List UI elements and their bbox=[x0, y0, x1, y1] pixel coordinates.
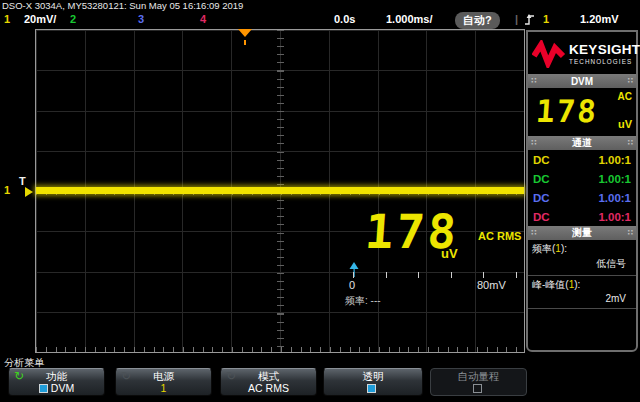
channel3-coupling: DC bbox=[533, 192, 550, 204]
channel1-ground-arrow-icon bbox=[25, 187, 38, 197]
waveform-display: 178 uV AC RMS 0 80mV 频率: --- bbox=[35, 29, 525, 353]
channel2-probe-ratio: 1.00:1 bbox=[598, 173, 631, 185]
softkey-title: 透明 bbox=[324, 371, 422, 382]
dvm-panel-header[interactable]: ∷ DVM ∷ bbox=[528, 74, 636, 88]
keysight-spark-icon bbox=[532, 40, 566, 68]
dvm-scale-ticks bbox=[353, 272, 517, 278]
dvm-value: 178 bbox=[535, 94, 599, 128]
channels-panel-header[interactable]: ∷ 通道 ∷ bbox=[528, 136, 636, 150]
run-state-badge: 自动? bbox=[455, 12, 500, 29]
measurement-value: 低信号 bbox=[532, 256, 632, 274]
softkey-value: AC RMS bbox=[221, 382, 316, 395]
rotate-knob-icon: ↻ bbox=[226, 370, 236, 382]
device-title: DSO-X 3034A, MY53280121: Sun May 05 16:1… bbox=[2, 0, 243, 11]
channel1-probe-ratio: 1.00:1 bbox=[598, 154, 631, 166]
channel1-trace bbox=[36, 187, 524, 194]
dvm-scale-min: 0 bbox=[349, 279, 355, 291]
edge-trigger-icon bbox=[524, 13, 535, 26]
softkey-source[interactable]: ↻ 电源 1 bbox=[115, 368, 212, 396]
measure-panel-title: 测量 bbox=[537, 226, 628, 240]
channel-row: DC 1.00:1 bbox=[528, 188, 636, 207]
softkey-value: DVM bbox=[51, 382, 74, 394]
dvm-overlay-unit: uV bbox=[441, 246, 458, 261]
measure-panel-header[interactable]: ∷ 测量 ∷ bbox=[528, 226, 636, 240]
measurement-row: 峰-峰值(1): 2mV bbox=[528, 276, 636, 309]
dvm-coupling: AC bbox=[618, 91, 632, 102]
softkey-autorange[interactable]: 自动量程 bbox=[430, 368, 527, 396]
bottom-axis-ticks bbox=[36, 347, 524, 352]
channel1-coupling: DC bbox=[533, 154, 550, 166]
trigger-source: 1 bbox=[543, 13, 549, 25]
softkey-function[interactable]: ↻ 功能 DVM bbox=[8, 368, 105, 396]
channel-row: DC 1.00:1 bbox=[528, 150, 636, 169]
softkey-transparent[interactable]: 透明 bbox=[323, 368, 423, 396]
brand-subtitle: TECHNOLOGIES bbox=[569, 59, 640, 65]
dvm-panel-title: DVM bbox=[537, 76, 628, 87]
softkey-title: 自动量程 bbox=[431, 371, 526, 382]
channel-row: DC 1.00:1 bbox=[528, 169, 636, 188]
channel4-probe-ratio: 1.00:1 bbox=[598, 211, 631, 223]
dvm-scale-max: 80mV bbox=[477, 279, 506, 291]
softkey-mode[interactable]: ↻ 模式 AC RMS bbox=[220, 368, 317, 396]
grip-icon: ∷ bbox=[627, 139, 633, 147]
measurement-label: 频率(1): bbox=[532, 242, 632, 256]
trigger-level-marker[interactable]: T bbox=[19, 175, 26, 187]
channel2-coupling: DC bbox=[533, 173, 550, 185]
channels-list: DC 1.00:1 DC 1.00:1 DC 1.00:1 DC 1.00:1 bbox=[528, 150, 636, 226]
timebase-delay: 0.0s bbox=[334, 13, 355, 25]
keysight-logo: KEYSIGHT TECHNOLOGIES bbox=[528, 32, 636, 74]
channel3-probe-ratio: 1.00:1 bbox=[598, 192, 631, 204]
statusbar-divider: | bbox=[515, 13, 518, 25]
channel-row: DC 1.00:1 bbox=[528, 207, 636, 226]
grip-icon: ∷ bbox=[627, 77, 633, 85]
channel4-number[interactable]: 4 bbox=[200, 13, 206, 25]
dvm-readout-panel: 178 AC uV bbox=[528, 88, 636, 136]
checkbox-checked-icon bbox=[367, 384, 376, 393]
dvm-frequency-readout: 频率: --- bbox=[345, 294, 381, 308]
channel2-number[interactable]: 2 bbox=[70, 13, 76, 25]
trigger-level: 1.20mV bbox=[580, 13, 619, 25]
timebase-scale: 1.000ms/ bbox=[386, 13, 432, 25]
softkey-value: 1 bbox=[116, 382, 211, 395]
rotate-knob-icon: ↻ bbox=[121, 370, 131, 382]
channel1-ground-marker[interactable]: 1 bbox=[4, 184, 10, 196]
channels-panel-title: 通道 bbox=[537, 136, 628, 150]
dvm-overlay-mode: AC RMS bbox=[478, 230, 521, 242]
measurement-value: 2mV bbox=[532, 292, 632, 307]
measurement-label: 峰-峰值(1): bbox=[532, 278, 632, 292]
checkbox-unchecked-icon bbox=[473, 384, 482, 393]
oscilloscope-screen: DSO-X 3034A, MY53280121: Sun May 05 16:1… bbox=[0, 0, 640, 402]
channel1-number[interactable]: 1 bbox=[4, 13, 10, 25]
rotate-knob-icon: ↻ bbox=[14, 370, 24, 382]
sidebar: KEYSIGHT TECHNOLOGIES ∷ DVM ∷ 178 AC uV … bbox=[526, 30, 638, 352]
measurements-list: 频率(1): 低信号 峰-峰值(1): 2mV bbox=[528, 240, 636, 309]
channel1-scale[interactable]: 20mV/ bbox=[24, 13, 56, 25]
brand-name: KEYSIGHT bbox=[569, 43, 640, 57]
channel4-coupling: DC bbox=[533, 211, 550, 223]
checkbox-checked-icon bbox=[39, 384, 48, 393]
channel3-number[interactable]: 3 bbox=[138, 13, 144, 25]
measurement-row: 频率(1): 低信号 bbox=[528, 240, 636, 276]
dvm-unit: uV bbox=[618, 118, 632, 130]
grip-icon: ∷ bbox=[627, 229, 633, 237]
trigger-position-stem bbox=[244, 40, 246, 45]
